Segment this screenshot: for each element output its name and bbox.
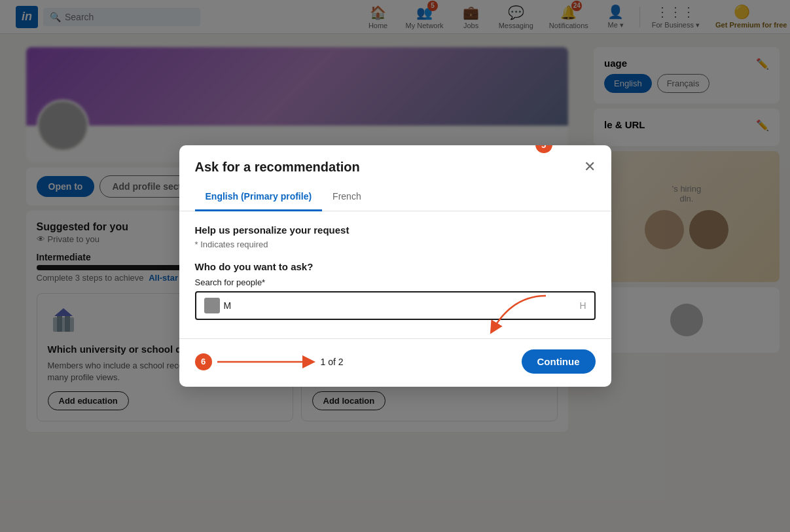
modal-footer: 6 1 of 2 Continue (179, 338, 611, 387)
modal-required: * Indicates required (195, 239, 596, 249)
tab-french[interactable]: French (322, 183, 372, 211)
input-avatar (204, 298, 220, 313)
footer-left: 6 1 of 2 (195, 353, 344, 370)
annotation-arrow-5-svg (494, 289, 572, 342)
modal-close-button[interactable]: ✕ (584, 158, 596, 175)
input-value: M (224, 300, 232, 311)
annotation-arrow-5-container (494, 289, 572, 344)
annotation-arrow-6-svg (217, 355, 315, 368)
tab-english[interactable]: English (Primary profile) (195, 183, 323, 211)
modal-question: Who do you want to ask? (195, 261, 596, 272)
modal-title: Ask for a recommendation (195, 160, 360, 175)
modal-overlay: 5 Ask for a recommendation ✕ English (Pr… (0, 0, 790, 532)
continue-button[interactable]: Continue (522, 349, 596, 374)
recommendation-modal: 5 Ask for a recommendation ✕ English (Pr… (179, 145, 611, 387)
modal-pager: 1 of 2 (321, 357, 344, 367)
modal-subtitle: Help us personalize your request (195, 224, 596, 236)
modal-tabs: English (Primary profile) French (179, 183, 611, 211)
modal-input-label: Search for people* (195, 277, 596, 287)
input-suffix: H (579, 300, 586, 311)
annotation-badge-6: 6 (195, 353, 212, 370)
